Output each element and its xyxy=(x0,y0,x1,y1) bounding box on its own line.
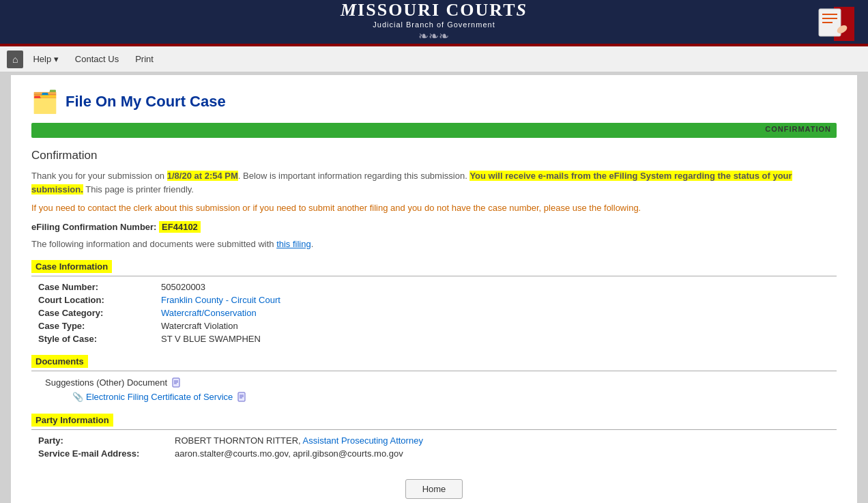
progress-bar-label: CONFIRMATION xyxy=(765,125,831,133)
table-row: Style of Case: ST V BLUE SWAMPHEN xyxy=(38,334,837,344)
help-menu-button[interactable]: Help ▾ xyxy=(25,46,66,72)
table-row: Court Location: Franklin County - Circui… xyxy=(38,295,837,305)
table-row: Case Category: Watercraft/Conservation xyxy=(38,308,837,318)
page-title-icon: 🗂️ xyxy=(31,89,59,115)
paperclip-icon: 📎 xyxy=(72,392,83,402)
document-item: Suggestions (Other) Document xyxy=(45,377,837,388)
logo-decoration: ❧❧❧ xyxy=(341,29,527,44)
home-footer-button[interactable]: Home xyxy=(405,479,463,499)
table-row: Case Number: 505020003 xyxy=(38,282,837,292)
table-row: Case Type: Watercraft Violation xyxy=(38,321,837,331)
certificate-link[interactable]: Electronic Filing Certificate of Service xyxy=(86,392,233,402)
confirm-date-highlight: 1/8/20 at 2:54 PM xyxy=(167,171,238,181)
efiling-label: eFiling Confirmation Number: xyxy=(31,222,156,232)
party-label: Party: xyxy=(38,435,175,446)
case-info-divider xyxy=(31,276,837,276)
efiling-number: EF44102 xyxy=(159,221,201,233)
party-value: ROBERT THORNTON RITTER, Assistant Prosec… xyxy=(175,435,423,446)
confirm-p1-before: Thank you for your submission on xyxy=(31,171,167,181)
party-info-section: Party Information Party: ROBERT THORNTON… xyxy=(31,414,837,459)
confirm-p1-end: This page is printer friendly. xyxy=(83,184,194,195)
submitted-text-content: The following information and documents … xyxy=(31,239,313,249)
case-info-header: Case Information xyxy=(31,260,112,273)
case-type-value: Watercraft Violation xyxy=(161,321,238,331)
header-document-icon xyxy=(813,3,854,44)
case-number-label: Case Number: xyxy=(38,282,161,292)
party-role: Assistant Prosecuting Attorney xyxy=(301,435,423,446)
case-number-value: 505020003 xyxy=(161,282,205,292)
page-title-row: 🗂️ File On My Court Case xyxy=(31,89,837,115)
confirmation-heading: Confirmation xyxy=(31,149,837,162)
efiling-number-row: eFiling Confirmation Number: EF44102 xyxy=(31,222,837,232)
style-of-case-label: Style of Case: xyxy=(38,334,161,344)
documents-header: Documents xyxy=(31,355,88,368)
progress-bar-fill xyxy=(31,123,837,138)
site-logo: MISSOURI COURTS Judicial Branch of Gover… xyxy=(341,0,527,44)
table-row: Service E-mail Address: aaron.stalter@co… xyxy=(38,448,837,459)
case-info-table: Case Number: 505020003 Court Location: F… xyxy=(38,282,837,344)
outer-wrapper: 🗂️ File On My Court Case CONFIRMATION Co… xyxy=(0,72,868,503)
confirm-p1-after: . Below is important information regardi… xyxy=(238,171,470,181)
page-title: File On My Court Case xyxy=(66,93,226,111)
site-subtitle: Judicial Branch of Government xyxy=(341,20,527,29)
document-name: Suggestions (Other) Document xyxy=(45,377,167,388)
documents-section: Documents Suggestions (Other) Document 📎… xyxy=(31,355,837,403)
case-type-label: Case Type: xyxy=(38,321,161,331)
home-button[interactable]: ⌂ xyxy=(7,51,23,68)
party-info-divider xyxy=(31,429,837,430)
confirmation-paragraph2: If you need to contact the clerk about t… xyxy=(31,201,837,215)
main-content: 🗂️ File On My Court Case CONFIRMATION Co… xyxy=(11,75,857,503)
navigation-bar: ⌂ Help ▾ Contact Us Print xyxy=(0,46,868,72)
party-name: ROBERT THORNTON RITTER, xyxy=(175,435,301,446)
document-sub-item: 📎 Electronic Filing Certificate of Servi… xyxy=(72,391,837,403)
contact-us-button[interactable]: Contact Us xyxy=(67,46,127,72)
confirmation-section: Confirmation Thank you for your submissi… xyxy=(31,149,837,249)
case-info-section: Case Information Case Number: 505020003 … xyxy=(31,260,837,344)
court-location-value: Franklin County - Circuit Court xyxy=(161,295,280,305)
certificate-doc-icon xyxy=(237,391,248,403)
court-location-label: Court Location: xyxy=(38,295,161,305)
document-icon xyxy=(171,377,182,388)
service-email-value: aaron.stalter@courts.mo.gov, april.gibso… xyxy=(175,448,403,459)
service-email-label: Service E-mail Address: xyxy=(38,448,175,459)
confirmation-paragraph1: Thank you for your submission on 1/8/20 … xyxy=(31,169,837,196)
confirm-p2-text: If you need to contact the clerk about t… xyxy=(31,203,641,213)
this-filing-link[interactable]: this filing xyxy=(276,239,311,249)
style-of-case-value: ST V BLUE SWAMPHEN xyxy=(161,334,261,344)
case-category-label: Case Category: xyxy=(38,308,161,318)
print-button[interactable]: Print xyxy=(127,46,162,72)
home-button-row: Home xyxy=(31,479,837,499)
page-header: MISSOURI COURTS Judicial Branch of Gover… xyxy=(0,0,868,46)
documents-divider xyxy=(31,371,837,371)
case-category-value: Watercraft/Conservation xyxy=(161,308,257,318)
party-info-header: Party Information xyxy=(31,414,113,427)
progress-bar: CONFIRMATION xyxy=(31,123,837,138)
table-row: Party: ROBERT THORNTON RITTER, Assistant… xyxy=(38,435,837,446)
party-info-table: Party: ROBERT THORNTON RITTER, Assistant… xyxy=(38,435,837,459)
site-title: MISSOURI COURTS xyxy=(341,0,527,20)
submitted-text: The following information and documents … xyxy=(31,239,837,249)
